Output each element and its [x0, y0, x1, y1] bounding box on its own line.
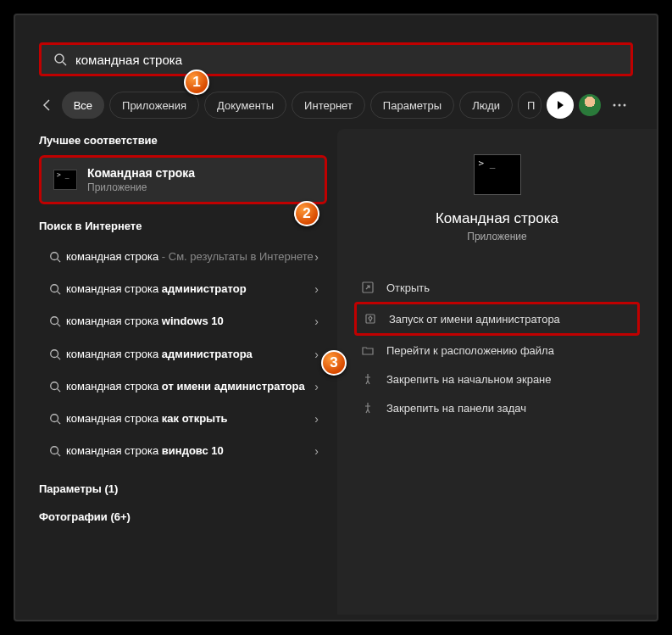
action-file-location-label: Перейти к расположению файла [386, 344, 554, 357]
cmd-icon [53, 170, 77, 190]
arrow-left-icon [41, 98, 54, 112]
search-icon [44, 413, 66, 425]
web-search-header: Поиск в Интернете [39, 220, 327, 232]
svg-point-3 [619, 104, 621, 107]
search-icon [44, 348, 66, 360]
search-icon [44, 283, 66, 295]
user-avatar[interactable] [579, 94, 601, 116]
detail-app-icon [474, 154, 521, 195]
action-pin-taskbar-label: Закрепить на панели задач [386, 402, 526, 415]
svg-line-8 [58, 292, 61, 295]
best-match-item[interactable]: Командная строка Приложение [39, 155, 327, 204]
filter-chips: Все Приложения Документы Интернет Параме… [62, 92, 541, 119]
filter-all[interactable]: Все [62, 92, 104, 119]
svg-point-13 [51, 382, 58, 390]
action-open[interactable]: Открыть [354, 273, 640, 302]
action-pin-start[interactable]: Закрепить на начальном экране [354, 365, 640, 393]
folder-icon [361, 343, 375, 357]
detail-sub: Приложение [354, 231, 640, 242]
svg-point-9 [51, 317, 58, 325]
play-icon [556, 101, 564, 109]
search-input[interactable] [75, 53, 619, 67]
svg-point-0 [55, 54, 64, 63]
more-button[interactable] [606, 92, 633, 119]
svg-line-1 [63, 62, 66, 65]
filter-partial[interactable]: П [518, 92, 541, 119]
chevron-right-icon: › [314, 282, 319, 296]
svg-line-10 [58, 324, 61, 327]
filter-people[interactable]: Люди [459, 92, 513, 119]
search-icon [44, 315, 66, 327]
svg-point-2 [614, 104, 616, 107]
results-panel: Лучшее соответствие Командная строка При… [39, 129, 327, 615]
svg-line-6 [58, 259, 61, 263]
svg-line-18 [58, 454, 61, 457]
ellipsis-icon [613, 103, 626, 107]
detail-panel: Командная строка Приложение Открыть Запу… [337, 129, 657, 615]
web-suggestion-text: командная строка - См. результаты в Инте… [66, 249, 314, 265]
best-match-header: Лучшее соответствие [39, 134, 327, 147]
pin-icon [361, 372, 375, 386]
chevron-right-icon: › [314, 412, 319, 426]
web-suggestion-text: командная строка виндовс 10 [66, 443, 314, 459]
action-pin-start-label: Закрепить на начальном экране [386, 373, 552, 386]
chevron-right-icon: › [314, 348, 319, 361]
chevron-right-icon: › [314, 380, 319, 393]
svg-point-5 [51, 253, 58, 260]
search-bar [39, 42, 633, 76]
web-suggestion[interactable]: командная строка windows 10› [39, 305, 327, 337]
web-suggestion-text: командная строка windows 10 [66, 314, 314, 329]
filter-web[interactable]: Интернет [292, 92, 365, 119]
svg-line-12 [58, 356, 61, 359]
search-icon [44, 445, 66, 457]
photos-header[interactable]: Фотографии (6+) [39, 510, 327, 523]
action-open-label: Открыть [386, 281, 430, 294]
web-suggestion-text: командная строка как открыть [66, 411, 314, 426]
web-suggestion[interactable]: командная строка виндовс 10› [39, 435, 327, 467]
shield-icon [364, 312, 377, 326]
filter-row: Все Приложения Документы Интернет Параме… [15, 92, 657, 119]
chevron-right-icon: › [314, 444, 319, 458]
search-icon [44, 381, 66, 393]
search-icon [53, 53, 67, 66]
filter-apps[interactable]: Приложения [109, 92, 199, 119]
pin-icon [361, 401, 375, 415]
best-match-sub: Приложение [87, 181, 195, 193]
action-run-admin-label: Запуск от имени администратора [389, 313, 560, 326]
web-suggestion[interactable]: командная строка от имени администратора… [39, 370, 327, 403]
svg-line-14 [58, 388, 61, 392]
web-suggestion[interactable]: командная строка администратор› [39, 273, 327, 305]
chevron-right-icon: › [314, 315, 319, 328]
svg-line-16 [58, 421, 61, 425]
open-icon [361, 281, 375, 294]
web-suggestion[interactable]: командная строка как открыть› [39, 403, 327, 435]
action-pin-taskbar[interactable]: Закрепить на панели задач [354, 393, 640, 422]
callout-badge-1: 1 [184, 70, 209, 95]
search-icon [44, 251, 66, 263]
action-file-location[interactable]: Перейти к расположению файла [354, 336, 640, 365]
web-suggestion-text: командная строка от имени администратора [66, 379, 314, 394]
chevron-right-icon: › [314, 250, 319, 264]
web-suggestion[interactable]: командная строка администратора› [39, 338, 327, 370]
detail-title: Командная строка [354, 210, 640, 227]
search-box[interactable] [39, 42, 633, 76]
svg-point-17 [51, 447, 58, 454]
best-match-title: Командная строка [87, 166, 195, 180]
params-header[interactable]: Параметры (1) [39, 482, 327, 495]
svg-point-4 [624, 104, 626, 107]
back-button[interactable] [39, 93, 57, 117]
svg-point-15 [51, 415, 58, 422]
web-suggestion-text: командная строка администратор [66, 281, 314, 297]
scroll-right-button[interactable] [547, 92, 574, 119]
svg-point-7 [51, 285, 58, 292]
svg-point-11 [51, 349, 58, 357]
filter-docs[interactable]: Документы [204, 92, 286, 119]
callout-badge-3: 3 [321, 350, 347, 376]
web-suggestion[interactable]: командная строка - См. результаты в Инте… [39, 241, 327, 273]
action-run-admin[interactable]: Запуск от имени администратора [354, 302, 640, 336]
filter-settings[interactable]: Параметры [370, 92, 454, 119]
web-suggestion-text: командная строка администратора [66, 347, 314, 362]
callout-badge-2: 2 [294, 201, 319, 226]
